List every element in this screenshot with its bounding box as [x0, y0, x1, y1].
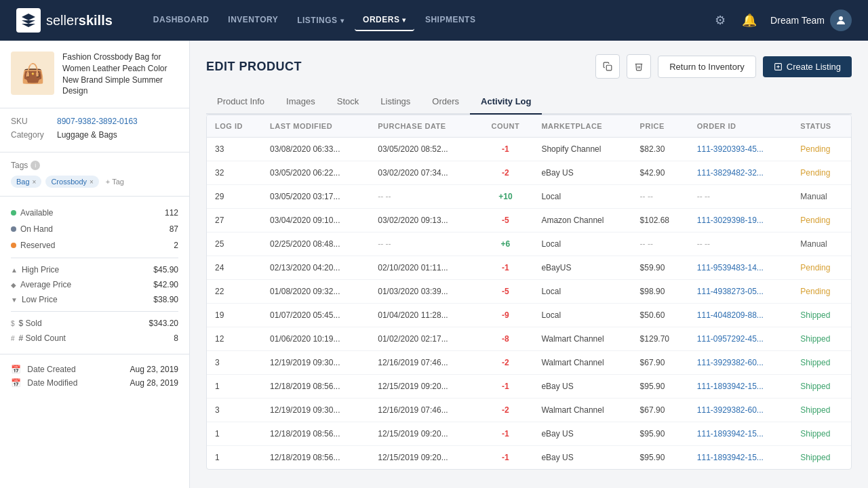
order-id-link[interactable]: 111-3929382-60... [697, 358, 764, 367]
col-log-id: LOG ID [207, 115, 262, 138]
available-row: Available 112 [11, 205, 178, 221]
cell-status: Shipped [792, 446, 851, 470]
sold-count-row: # # Sold Count 8 [11, 331, 178, 346]
tag-bag-remove[interactable]: × [33, 178, 37, 186]
order-id-link[interactable]: 111-9539483-14... [697, 263, 764, 272]
main-content: EDIT PRODUCT Return to Inventory Create … [190, 41, 868, 488]
tab-activity-log[interactable]: Activity Log [470, 89, 542, 115]
create-listing-button[interactable]: Create Listing [763, 56, 852, 77]
cell-last-modified: 02/13/2020 04:20... [262, 256, 370, 280]
cell-log-id: 3 [207, 399, 262, 422]
cell-last-modified: 03/05/2020 03:17... [262, 185, 370, 209]
sku-value[interactable]: 8907-9382-3892-0163 [57, 117, 138, 126]
high-price-label: ▲ High Price [11, 265, 59, 274]
cell-order-id: 111-3929382-60... [689, 399, 793, 422]
low-price-label: ▼ Low Price [11, 295, 58, 304]
cell-marketplace: Shopify Channel [533, 138, 631, 161]
cell-log-id: 1 [207, 375, 262, 399]
order-id-link[interactable]: 111-4938273-05... [697, 287, 764, 296]
order-id-link[interactable]: 111-4048209-88... [697, 310, 764, 320]
duplicate-button[interactable] [595, 54, 620, 79]
cell-price: $59.90 [632, 256, 689, 280]
cell-price: $95.90 [632, 446, 689, 470]
nav-settings-icon[interactable]: ⚙ [712, 10, 728, 30]
tags-info-icon: i [31, 161, 40, 170]
cell-marketplace: eBay US [533, 446, 631, 470]
date-modified-row: 📅 Date Modified Aug 28, 2019 [11, 376, 178, 390]
nav-orders[interactable]: ORDERS [355, 9, 414, 31]
order-id-link[interactable]: 111-3929382-60... [697, 405, 764, 415]
cell-status: Shipped [792, 351, 851, 375]
svg-point-0 [839, 16, 843, 20]
navbar: sellerskills DASHBOARD INVENTORY LISTING… [0, 0, 868, 41]
cell-order-id: 111-4938273-05... [689, 280, 793, 304]
cell-marketplace: Walmart Channel [533, 327, 631, 351]
order-id-link[interactable]: 111-0957292-45... [697, 334, 764, 344]
tab-images[interactable]: Images [275, 89, 326, 115]
tab-listings[interactable]: Listings [370, 89, 421, 115]
tags-row: Bag × Crossbody × + Tag [11, 176, 178, 188]
order-id-link[interactable]: 111-3829482-32... [697, 168, 764, 178]
cell-log-id: 32 [207, 161, 262, 185]
nav-shipments[interactable]: SHIPMENTS [417, 9, 484, 31]
cell-price: $95.90 [632, 375, 689, 399]
tab-orders[interactable]: Orders [421, 89, 470, 115]
delete-button[interactable] [627, 54, 651, 79]
available-label: Available [11, 208, 53, 218]
table-row: 3 12/19/2019 09:30... 12/16/2019 07:46..… [207, 399, 851, 422]
cell-marketplace: Local [533, 185, 631, 209]
cell-price: $50.60 [632, 304, 689, 327]
cell-marketplace: Walmart Channel [533, 351, 631, 375]
add-tag-button[interactable]: + Tag [103, 176, 127, 187]
nav-dashboard[interactable]: DASHBOARD [145, 9, 218, 31]
cell-purchase-date: 01/03/2020 03:39... [370, 280, 477, 304]
cell-last-modified: 12/18/2019 08:56... [262, 422, 370, 446]
tag-crossbody-remove[interactable]: × [90, 178, 94, 186]
cell-log-id: 12 [207, 327, 262, 351]
order-id-link[interactable]: 111-3029398-19... [697, 216, 764, 225]
avg-price-row: ◆ Average Price $42.90 [11, 277, 178, 292]
user-avatar[interactable] [830, 9, 852, 31]
nav-bell-icon[interactable]: 🔔 [739, 10, 760, 30]
brand-logo-link[interactable]: sellerskills [16, 8, 113, 33]
tag-bag: Bag × [11, 176, 41, 188]
tab-product-info[interactable]: Product Info [206, 89, 275, 115]
cell-purchase-date: -- -- [370, 185, 477, 209]
order-id-link[interactable]: 111-1893942-15... [697, 429, 764, 439]
high-price-row: ▲ High Price $45.90 [11, 262, 178, 277]
cell-price: -- -- [632, 232, 689, 256]
cell-log-id: 27 [207, 209, 262, 232]
cell-purchase-date: 01/02/2020 02:17... [370, 327, 477, 351]
cell-status: Shipped [792, 422, 851, 446]
svg-rect-1 [606, 65, 612, 70]
tag-crossbody: Crossbody × [45, 176, 98, 188]
sold-dollar-value: $343.20 [149, 319, 178, 328]
order-id-link[interactable]: 111-3920393-45... [697, 144, 764, 154]
brand-logo-icon [16, 8, 41, 33]
table-row: 32 03/05/2020 06:22... 03/02/2020 07:34.… [207, 161, 851, 185]
cell-order-id: 111-9539483-14... [689, 256, 793, 280]
nav-inventory[interactable]: INVENTORY [220, 9, 286, 31]
cell-marketplace: eBay US [533, 422, 631, 446]
cell-order-id: -- -- [689, 185, 793, 209]
cell-count: -5 [477, 209, 533, 232]
cell-order-id: 111-0957292-45... [689, 327, 793, 351]
low-price-value: $38.90 [153, 295, 178, 304]
table-row: 1 12/18/2019 08:56... 12/15/2019 09:20..… [207, 375, 851, 399]
cell-status: Pending [792, 209, 851, 232]
onhand-dot [11, 226, 16, 232]
tab-stock[interactable]: Stock [326, 89, 370, 115]
date-created-label: 📅 Date Created [11, 365, 76, 374]
order-id-link[interactable]: 111-1893942-15... [697, 453, 764, 462]
team-name: Dream Team [770, 15, 825, 26]
cell-order-id: -- -- [689, 232, 793, 256]
return-to-inventory-button[interactable]: Return to Inventory [658, 56, 756, 78]
table-row: 25 02/25/2020 08:48... -- -- +6 Local --… [207, 232, 851, 256]
order-id-link[interactable]: 111-1893942-15... [697, 382, 764, 391]
nav-listings[interactable]: LISTINGS [289, 9, 352, 31]
page-header: EDIT PRODUCT Return to Inventory Create … [206, 54, 852, 79]
cell-order-id: 111-1893942-15... [689, 375, 793, 399]
table-row: 29 03/05/2020 03:17... -- -- +10 Local -… [207, 185, 851, 209]
cell-log-id: 1 [207, 422, 262, 446]
sold-count-label: # # Sold Count [11, 333, 66, 343]
